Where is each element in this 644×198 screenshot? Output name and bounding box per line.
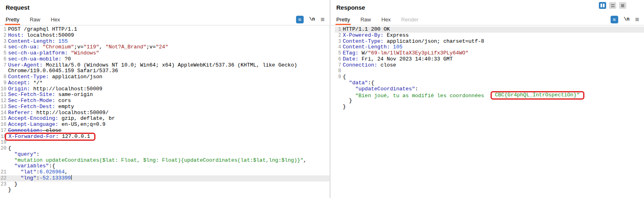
code-line[interactable]: 5sec-ch-ua-platform: "Windows" (0, 50, 329, 56)
code-line[interactable]: 23 } (0, 181, 329, 188)
code-line[interactable]: 9Accept: */* (0, 80, 329, 86)
code-text: Date: (343, 56, 358, 62)
line-content: } (341, 104, 346, 110)
show-newlines-icon[interactable]: \n (624, 17, 630, 22)
line-content: Accept-Language: en-US,en;q=0.9 (6, 122, 106, 128)
code-line[interactable]: 7User-Agent: Mozilla/5.0 (Windows NT 10.… (0, 63, 329, 69)
code-line[interactable]: 18X-Forwarded-For: 127.0.0.1 (0, 134, 329, 140)
line-number: 14 (0, 110, 6, 116)
response-tab-pretty[interactable]: Pretty (336, 14, 350, 25)
code-line[interactable]: 6Date: Fri, 24 Nov 2023 14:40:33 GMT (335, 56, 644, 63)
code-text: "query" (14, 151, 37, 157)
code-line[interactable]: 3Content-Length: 155 (0, 39, 329, 45)
line-number: 7 (0, 63, 6, 69)
code-line[interactable]: } (335, 104, 644, 110)
line-content: Date: Fri, 24 Nov 2023 14:40:33 GMT (341, 56, 453, 63)
code-line[interactable]: "Bien joué, tu as modifié les coordonnée… (335, 92, 644, 98)
code-line[interactable]: 3Content-Type: application/json; charset… (335, 39, 644, 45)
code-line[interactable]: 9{ (335, 74, 644, 80)
line-number: 10 (0, 86, 6, 92)
line-number: 19 (0, 140, 6, 146)
code-line[interactable]: 2X-Powered-By: Express (335, 33, 644, 39)
code-line[interactable]: 15Accept-Encoding: gzip, deflate, br (0, 116, 329, 122)
line-number: 15 (0, 116, 6, 122)
line-number (335, 98, 341, 104)
code-line[interactable]: 2Host: localhost:50009 (0, 33, 329, 39)
request-tab-hex[interactable]: Hex (51, 14, 60, 25)
code-line[interactable]: 14Referer: http://localhost:50009/ (0, 110, 329, 116)
rows-layout-button[interactable] (609, 2, 616, 9)
code-text: Connection: (343, 62, 377, 68)
line-content (341, 68, 343, 74)
code-text: Sec-Fetch-Dest: (8, 104, 55, 110)
line-content: "variables":{ (6, 163, 55, 169)
code-text: sec-ch-ua: (8, 44, 39, 50)
line-number: 6 (0, 56, 6, 63)
code-text: } (343, 104, 346, 110)
code-line[interactable]: 12Sec-Fetch-Mode: cors (0, 98, 329, 104)
pretty-print-icon[interactable]: ≈ (296, 16, 304, 23)
code-text: empty (55, 104, 74, 110)
editor-menu-icon[interactable]: ≡ (635, 16, 639, 23)
code-text: Content-Length: (343, 44, 390, 50)
code-line[interactable]: "variables":{ (0, 163, 329, 169)
line-content: "data":{ (341, 80, 374, 86)
code-text: 105 (393, 44, 402, 50)
code-text: en-US,en;q=0.9 (58, 121, 106, 127)
annotation-box: CBC{Gr4phQL_IntrOspectiOn}" (491, 91, 584, 100)
line-content: sec-ch-ua: "Chromium";v="119", "Not?A_Br… (6, 44, 168, 50)
code-line[interactable]: 1HTTP/1.1 200 OK (335, 27, 644, 33)
code-line[interactable]: Chrome/119.0.6045.159 Safari/537.36 (0, 68, 329, 74)
line-number: 13 (0, 104, 6, 110)
line-number: 16 (0, 122, 6, 128)
code-line[interactable]: "data":{ (335, 80, 644, 86)
code-text (8, 175, 21, 181)
request-tab-bar: PrettyRawHex ≈ \n ≡ (0, 14, 329, 25)
code-line[interactable]: 21 "lat":6.026964, (0, 169, 329, 175)
request-tab-pretty[interactable]: Pretty (6, 14, 19, 25)
code-line[interactable]: 4sec-ch-ua: "Chromium";v="119", "Not?A_B… (0, 44, 329, 50)
code-line[interactable]: 13Sec-Fetch-Dest: empty (0, 104, 329, 110)
code-line[interactable]: 8Content-Type: application/json (0, 74, 329, 80)
response-tab-hex[interactable]: Hex (381, 14, 391, 25)
code-line[interactable]: 20{ (0, 146, 329, 152)
code-text: "mutation updateCoordinates($lat: Float,… (14, 157, 304, 163)
code-line[interactable]: 5ETag: W/"69-lm/1lWItaX3Ey3pLifx3PLy64WO… (335, 50, 644, 56)
code-text: Host: (8, 32, 24, 38)
single-layout-button[interactable] (619, 2, 626, 9)
line-content: Connection: close (341, 63, 396, 69)
response-tab-raw[interactable]: Raw (360, 14, 371, 25)
code-text: , (99, 44, 106, 50)
code-text: Content-Length: (8, 38, 55, 44)
line-content: "lng":-52.133399 (6, 175, 72, 181)
code-line[interactable]: "mutation updateCoordinates($lat: Float,… (0, 158, 329, 164)
show-newlines-icon[interactable]: \n (309, 17, 315, 22)
pretty-print-icon[interactable]: ≈ (611, 16, 618, 23)
code-text: W/ (358, 50, 368, 56)
code-line[interactable]: 6sec-ch-ua-mobile: ?0 (0, 56, 329, 63)
code-line[interactable]: "query": (0, 152, 329, 158)
code-line[interactable]: 7Connection: close (335, 63, 644, 69)
code-line[interactable]: 1POST /graphql HTTP/1.1 (0, 27, 329, 33)
code-line[interactable]: 22 "lng":-52.133399 (0, 175, 329, 181)
code-text: -52.133399 (39, 175, 71, 181)
columns-layout-button[interactable] (599, 2, 606, 9)
code-text: } (8, 187, 11, 193)
line-number (335, 86, 341, 92)
code-text: "Not?A_Brand" (106, 44, 146, 50)
line-content: "updateCoordinates": (341, 86, 418, 92)
editor-menu-icon[interactable]: ≡ (321, 16, 325, 23)
code-line[interactable]: "updateCoordinates": (335, 86, 644, 92)
code-text: ?0 (62, 56, 71, 62)
code-line[interactable]: 16Accept-Language: en-US,en;q=0.9 (0, 122, 329, 128)
code-line[interactable]: 4Content-Length: 105 (335, 44, 644, 50)
request-editor[interactable]: 1POST /graphql HTTP/1.12Host: localhost:… (0, 25, 329, 198)
response-editor[interactable]: 1HTTP/1.1 200 OK2X-Powered-By: Express3C… (331, 25, 644, 198)
code-line[interactable]: } (0, 187, 329, 193)
code-line[interactable]: 11Sec-Fetch-Site: same-origin (0, 92, 329, 98)
code-line[interactable]: 10Origin: http://localhost:50009 (0, 86, 329, 92)
line-number: 3 (0, 39, 6, 45)
code-line[interactable]: 8 (335, 68, 644, 74)
request-tab-raw[interactable]: Raw (30, 14, 40, 25)
layout-controls (599, 2, 626, 9)
